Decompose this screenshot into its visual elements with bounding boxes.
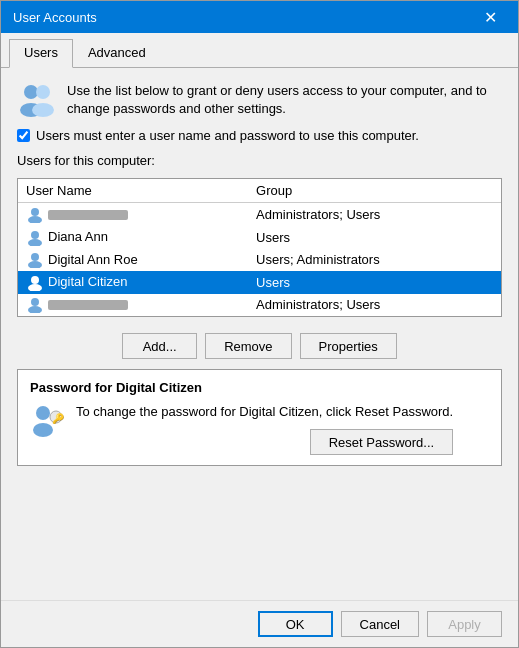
user-group-cell: Administrators; Users bbox=[248, 203, 501, 226]
svg-point-9 bbox=[28, 261, 42, 268]
users-table: User Name Group Administrators; UsersDia… bbox=[18, 179, 501, 316]
svg-point-13 bbox=[28, 306, 42, 313]
password-user-icon: 🔑 bbox=[30, 403, 66, 439]
user-name-cell bbox=[18, 203, 248, 226]
bottom-buttons: OK Cancel Apply bbox=[1, 600, 518, 647]
remove-button[interactable]: Remove bbox=[205, 333, 291, 359]
must-enter-password-checkbox[interactable] bbox=[17, 129, 30, 142]
password-btn-row: Reset Password... bbox=[76, 429, 453, 455]
user-group-cell: Users; Administrators bbox=[248, 249, 501, 272]
svg-point-4 bbox=[31, 208, 39, 216]
apply-button[interactable]: Apply bbox=[427, 611, 502, 637]
main-content: Use the list below to grant or deny user… bbox=[1, 68, 518, 600]
svg-point-6 bbox=[31, 231, 39, 239]
must-enter-password-label[interactable]: Users must enter a user name and passwor… bbox=[36, 128, 419, 143]
info-row: Use the list below to grant or deny user… bbox=[17, 82, 502, 118]
reset-password-button[interactable]: Reset Password... bbox=[310, 429, 454, 455]
user-name-cell bbox=[18, 294, 248, 317]
cancel-button[interactable]: Cancel bbox=[341, 611, 419, 637]
users-section-label: Users for this computer: bbox=[17, 153, 502, 168]
user-group-cell: Administrators; Users bbox=[248, 294, 501, 317]
password-section-title: Password for Digital Citizen bbox=[30, 380, 489, 395]
close-button[interactable]: ✕ bbox=[474, 1, 506, 33]
password-text: To change the password for Digital Citiz… bbox=[76, 404, 453, 419]
window-title: User Accounts bbox=[13, 10, 474, 25]
must-enter-password-row: Users must enter a user name and passwor… bbox=[17, 128, 502, 143]
tab-users-label: Users bbox=[24, 45, 58, 60]
table-row[interactable]: Digital Ann RoeUsers; Administrators bbox=[18, 249, 501, 272]
svg-point-8 bbox=[31, 253, 39, 261]
info-text: Use the list below to grant or deny user… bbox=[67, 82, 502, 118]
table-row[interactable]: Digital CitizenUsers bbox=[18, 271, 501, 294]
svg-point-2 bbox=[36, 85, 50, 99]
col-header-username: User Name bbox=[18, 179, 248, 203]
title-bar: User Accounts ✕ bbox=[1, 1, 518, 33]
user-name-cell: Diana Ann bbox=[18, 226, 248, 249]
svg-point-15 bbox=[33, 423, 53, 437]
table-row[interactable]: Diana AnnUsers bbox=[18, 226, 501, 249]
svg-point-12 bbox=[31, 298, 39, 306]
svg-point-5 bbox=[28, 216, 42, 223]
svg-point-10 bbox=[31, 276, 39, 284]
svg-point-14 bbox=[36, 406, 50, 420]
tab-users[interactable]: Users bbox=[9, 39, 73, 68]
password-inner: 🔑 To change the password for Digital Cit… bbox=[30, 403, 489, 455]
user-group-cell: Users bbox=[248, 271, 501, 294]
svg-point-3 bbox=[32, 103, 54, 117]
user-name-cell: Digital Ann Roe bbox=[18, 249, 248, 272]
table-row[interactable]: Administrators; Users bbox=[18, 294, 501, 317]
table-buttons: Add... Remove Properties bbox=[17, 333, 502, 359]
table-row[interactable]: Administrators; Users bbox=[18, 203, 501, 226]
add-button[interactable]: Add... bbox=[122, 333, 197, 359]
user-accounts-window: User Accounts ✕ Users Advanced Use the l… bbox=[0, 0, 519, 648]
ok-button[interactable]: OK bbox=[258, 611, 333, 637]
tab-advanced[interactable]: Advanced bbox=[73, 39, 161, 67]
password-section: Password for Digital Citizen 🔑 To change… bbox=[17, 369, 502, 466]
svg-text:🔑: 🔑 bbox=[52, 412, 65, 425]
col-header-group: Group bbox=[248, 179, 501, 203]
properties-button[interactable]: Properties bbox=[300, 333, 397, 359]
users-table-wrapper: User Name Group Administrators; UsersDia… bbox=[17, 178, 502, 317]
svg-point-7 bbox=[28, 239, 42, 246]
user-group-cell: Users bbox=[248, 226, 501, 249]
users-icon bbox=[17, 82, 57, 118]
tab-bar: Users Advanced bbox=[1, 33, 518, 68]
svg-point-0 bbox=[24, 85, 38, 99]
user-name-cell: Digital Citizen bbox=[18, 271, 248, 294]
svg-point-11 bbox=[28, 284, 42, 291]
tab-advanced-label: Advanced bbox=[88, 45, 146, 60]
